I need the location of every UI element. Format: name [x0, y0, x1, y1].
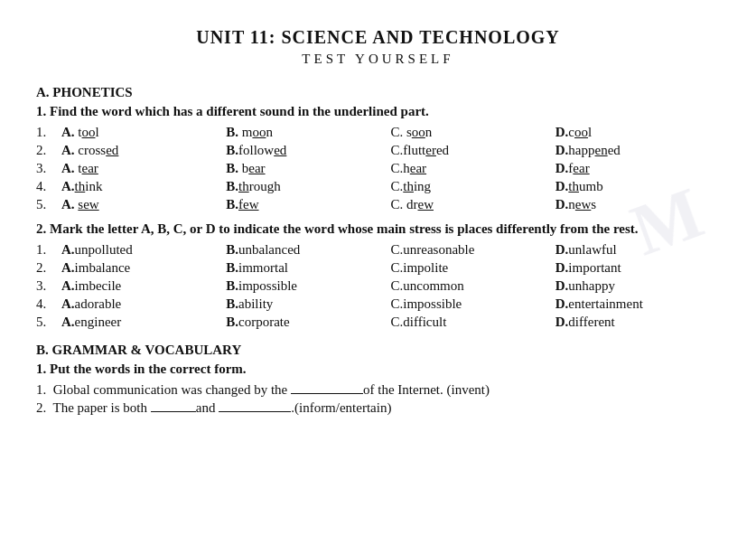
- b-q1-item-2: 2. The paper is both and .(inform/entert…: [36, 400, 720, 416]
- page-title: UNIT 11: SCIENCE AND TECHNOLOGY: [36, 27, 720, 48]
- page-subtitle: TEST YOURSELF: [36, 52, 720, 67]
- section-b-header: B. GRAMMAR & VOCABULARY: [36, 343, 720, 358]
- b-q1-item-1: 1. Global communication was changed by t…: [36, 382, 720, 398]
- q1-row-2: 2. A. crossed B.followed C.fluttered D.h…: [36, 143, 720, 158]
- q1-row-4: 4. A.think B.through C.thing D.thumb: [36, 179, 720, 194]
- q1-row-1: 1. A. tool B. moon C. soon D.cool: [36, 125, 720, 140]
- q2-row-5: 5. A.engineer B.corporate C.difficult D.…: [36, 315, 720, 330]
- section-a-header: A. PHONETICS: [36, 85, 720, 100]
- q2-row-2: 2. A.imbalance B.immortal C.impolite D.i…: [36, 260, 720, 276]
- q2-row-4: 4. A.adorable B.ability C.impossible D.e…: [36, 296, 720, 312]
- q2-row-3: 3. A.imbecile B.impossible C.uncommon D.…: [36, 278, 720, 294]
- q2-row-1: 1. A.unpolluted B.unbalanced C.unreasona…: [36, 242, 720, 258]
- b-q1-header: 1. Put the words in the correct form.: [36, 362, 720, 377]
- q1-row-3: 3. A. tear B. bear C.hear D.fear: [36, 161, 720, 176]
- q1-row-5: 5. A. sew B.few C. drew D.news: [36, 197, 720, 212]
- q2-header: 2. Mark the letter A, B, C, or D to indi…: [36, 221, 720, 237]
- q1-header: 1. Find the word which has a different s…: [36, 104, 720, 119]
